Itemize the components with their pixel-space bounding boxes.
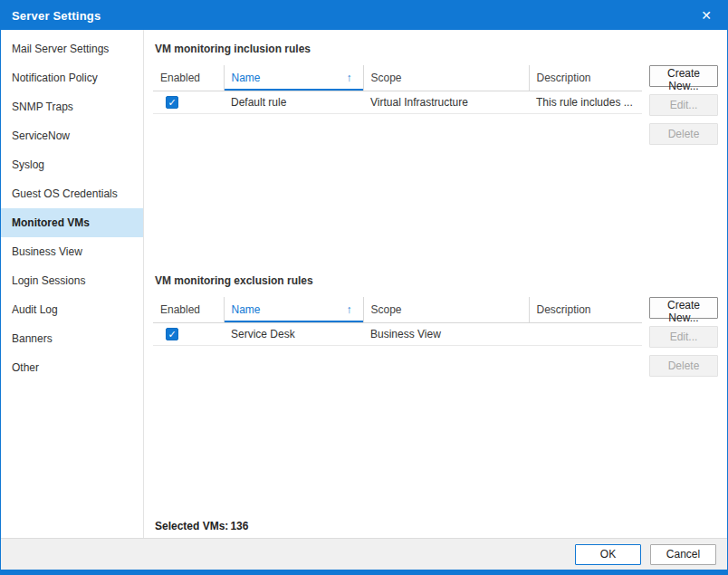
inclusion-rules-table: Enabled Name ↑ Scope Description: [153, 65, 642, 114]
sidebar-item-guest-os-credentials[interactable]: Guest OS Credentials: [1, 179, 143, 208]
sort-ascending-icon: ↑: [347, 303, 356, 316]
exclusion-rules-title: VM monitoring exclusion rules: [155, 274, 718, 287]
column-header-description[interactable]: Description: [529, 297, 642, 323]
create-new-button[interactable]: Create New...: [649, 65, 718, 87]
column-header-enabled[interactable]: Enabled: [153, 297, 224, 323]
inclusion-rules-title: VM monitoring inclusion rules: [155, 43, 718, 55]
exclusion-buttons: Create New... Edit... Delete: [649, 297, 718, 377]
sidebar-item-snmp-traps[interactable]: SNMP Traps: [1, 92, 143, 121]
edit-button[interactable]: Edit...: [649, 326, 718, 348]
enabled-checkbox[interactable]: ✓: [166, 328, 178, 340]
ok-button[interactable]: OK: [575, 544, 641, 565]
enabled-checkbox[interactable]: ✓: [166, 96, 178, 109]
window-title: Server Settings: [12, 9, 694, 23]
sidebar-item-audit-log[interactable]: Audit Log: [1, 295, 143, 324]
selected-vms-line: Selected VMs:136: [155, 520, 718, 532]
check-icon: ✓: [168, 329, 176, 340]
column-header-name[interactable]: Name ↑: [224, 297, 363, 323]
column-header-enabled[interactable]: Enabled: [153, 65, 224, 91]
inclusion-buttons: Create New... Edit... Delete: [649, 65, 718, 145]
exclusion-rules-section: VM monitoring exclusion rules Enabled N: [153, 274, 718, 377]
sidebar-item-mail-server-settings[interactable]: Mail Server Settings: [1, 34, 143, 63]
column-header-name-label: Name: [232, 72, 261, 84]
close-icon: ✕: [701, 8, 712, 23]
server-settings-dialog: Server Settings ✕ Mail Server Settings N…: [0, 0, 728, 575]
check-icon: ✓: [168, 97, 176, 108]
dialog-footer: OK Cancel: [1, 538, 727, 570]
cancel-button[interactable]: Cancel: [650, 544, 716, 565]
table-header-row: Enabled Name ↑ Scope Description: [153, 65, 642, 91]
rule-description-cell: [529, 323, 642, 346]
delete-button[interactable]: Delete: [649, 123, 718, 145]
table-row[interactable]: ✓ Service Desk Business View: [153, 323, 642, 346]
sidebar-item-servicenow[interactable]: ServiceNow: [1, 121, 143, 150]
rule-description-cell: This rule includes ...: [529, 91, 642, 114]
settings-sidebar: Mail Server Settings Notification Policy…: [1, 30, 144, 538]
sidebar-item-login-sessions[interactable]: Login Sessions: [1, 266, 143, 295]
inclusion-rules-section: VM monitoring inclusion rules Enabled N: [153, 43, 718, 145]
table-row[interactable]: ✓ Default rule Virtual Infrastructure Th…: [153, 91, 642, 114]
column-header-name-label: Name: [232, 303, 261, 316]
sidebar-item-syslog[interactable]: Syslog: [1, 150, 143, 179]
selected-vms-label: Selected VMs:: [155, 520, 228, 532]
titlebar: Server Settings ✕: [1, 1, 727, 30]
sidebar-item-banners[interactable]: Banners: [1, 324, 143, 353]
sidebar-item-monitored-vms[interactable]: Monitored VMs: [1, 208, 143, 237]
selected-vms-count: 136: [230, 520, 248, 532]
delete-button[interactable]: Delete: [649, 355, 718, 377]
sidebar-item-notification-policy[interactable]: Notification Policy: [1, 63, 143, 92]
sidebar-item-other[interactable]: Other: [1, 353, 143, 382]
rule-scope-cell: Business View: [363, 323, 529, 346]
column-header-scope[interactable]: Scope: [363, 65, 529, 91]
exclusion-rules-table: Enabled Name ↑ Scope Description: [153, 297, 642, 346]
edit-button[interactable]: Edit...: [649, 94, 718, 116]
column-header-scope[interactable]: Scope: [363, 297, 529, 323]
rule-name-cell: Service Desk: [224, 323, 363, 346]
monitored-vms-panel: VM monitoring inclusion rules Enabled N: [144, 30, 727, 538]
sidebar-item-business-view[interactable]: Business View: [1, 237, 143, 266]
column-header-description[interactable]: Description: [529, 65, 642, 91]
table-header-row: Enabled Name ↑ Scope Description: [153, 297, 642, 323]
rule-scope-cell: Virtual Infrastructure: [363, 91, 529, 114]
column-header-name[interactable]: Name ↑: [224, 65, 363, 91]
sort-ascending-icon: ↑: [347, 72, 356, 84]
selected-vms-summary: Selected VMs:136 vSphere:136Hyper-V:: [153, 520, 718, 538]
close-button[interactable]: ✕: [694, 4, 718, 27]
create-new-button[interactable]: Create New...: [649, 297, 718, 319]
rule-name-cell: Default rule: [224, 91, 363, 114]
